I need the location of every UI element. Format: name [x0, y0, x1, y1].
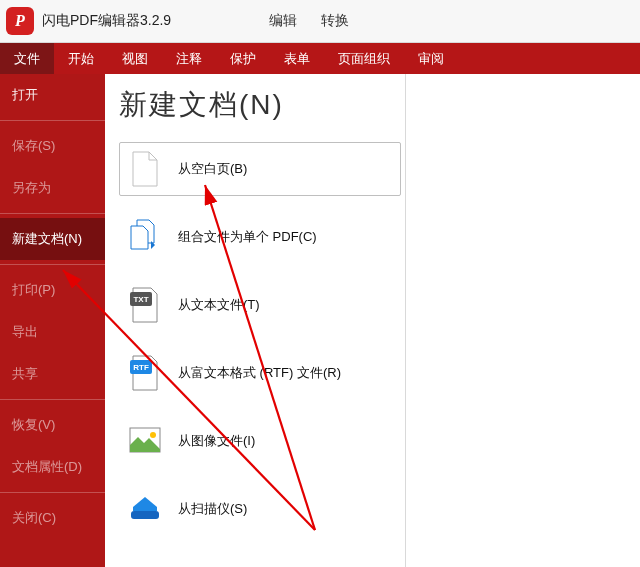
option-combine-files[interactable]: 组合文件为单个 PDF(C) — [119, 210, 401, 264]
titlebar: P 闪电PDF编辑器3.2.9 编辑 转换 — [0, 0, 640, 43]
svg-rect-6 — [131, 511, 159, 519]
side-saveas[interactable]: 另存为 — [0, 167, 105, 209]
option-label: 从空白页(B) — [178, 160, 247, 178]
menu-page-org[interactable]: 页面组织 — [324, 43, 404, 74]
menu-file[interactable]: 文件 — [0, 43, 54, 74]
scanner-icon — [128, 489, 162, 529]
svg-text:TXT: TXT — [133, 295, 148, 304]
title-links: 编辑 转换 — [261, 8, 361, 34]
option-from-rtf[interactable]: RTF 从富文本格式 (RTF) 文件(R) — [119, 346, 401, 400]
side-open[interactable]: 打开 — [0, 74, 105, 116]
side-restore[interactable]: 恢复(V) — [0, 404, 105, 446]
svg-point-5 — [150, 432, 156, 438]
option-label: 从扫描仪(S) — [178, 500, 247, 518]
side-props[interactable]: 文档属性(D) — [0, 446, 105, 488]
combine-files-icon — [128, 217, 162, 257]
side-save[interactable]: 保存(S) — [0, 125, 105, 167]
sidebar: 打开 保存(S) 另存为 新建文档(N) 打印(P) 导出 共享 恢复(V) 文… — [0, 74, 105, 567]
option-from-txt[interactable]: TXT 从文本文件(T) — [119, 278, 401, 332]
sidebar-divider — [0, 120, 105, 121]
option-from-scanner[interactable]: 从扫描仪(S) — [119, 482, 401, 536]
sidebar-divider — [0, 492, 105, 493]
option-label: 组合文件为单个 PDF(C) — [178, 228, 317, 246]
main: 新建文档(N) 从空白页(B) — [105, 74, 640, 567]
option-from-image[interactable]: 从图像文件(I) — [119, 414, 401, 468]
option-label: 从文本文件(T) — [178, 296, 260, 314]
svg-text:RTF: RTF — [133, 363, 149, 372]
preview-area — [405, 74, 640, 567]
title-link-edit[interactable]: 编辑 — [261, 8, 305, 34]
side-export[interactable]: 导出 — [0, 311, 105, 353]
option-label: 从图像文件(I) — [178, 432, 255, 450]
menu-protect[interactable]: 保护 — [216, 43, 270, 74]
txt-file-icon: TXT — [128, 285, 162, 325]
menu-annotate[interactable]: 注释 — [162, 43, 216, 74]
menu-review[interactable]: 审阅 — [404, 43, 458, 74]
app-title: 闪电PDF编辑器3.2.9 — [42, 12, 171, 30]
sidebar-divider — [0, 213, 105, 214]
side-print[interactable]: 打印(P) — [0, 269, 105, 311]
body: 打开 保存(S) 另存为 新建文档(N) 打印(P) 导出 共享 恢复(V) 文… — [0, 74, 640, 567]
option-from-blank[interactable]: 从空白页(B) — [119, 142, 401, 196]
option-label: 从富文本格式 (RTF) 文件(R) — [178, 364, 341, 382]
sidebar-divider — [0, 399, 105, 400]
sidebar-divider — [0, 264, 105, 265]
new-document-panel: 新建文档(N) 从空白页(B) — [105, 74, 405, 567]
menu-start[interactable]: 开始 — [54, 43, 108, 74]
option-list: 从空白页(B) 组合文件为单个 PDF(C) — [119, 142, 401, 536]
side-close[interactable]: 关闭(C) — [0, 497, 105, 539]
image-file-icon — [128, 421, 162, 461]
side-share[interactable]: 共享 — [0, 353, 105, 395]
title-link-convert[interactable]: 转换 — [313, 8, 357, 34]
side-new-doc[interactable]: 新建文档(N) — [0, 218, 105, 260]
app-logo-icon: P — [6, 7, 34, 35]
menubar: 文件 开始 视图 注释 保护 表单 页面组织 审阅 — [0, 43, 640, 74]
rtf-file-icon: RTF — [128, 353, 162, 393]
blank-page-icon — [128, 149, 162, 189]
menu-forms[interactable]: 表单 — [270, 43, 324, 74]
panel-title: 新建文档(N) — [119, 86, 401, 124]
menu-view[interactable]: 视图 — [108, 43, 162, 74]
